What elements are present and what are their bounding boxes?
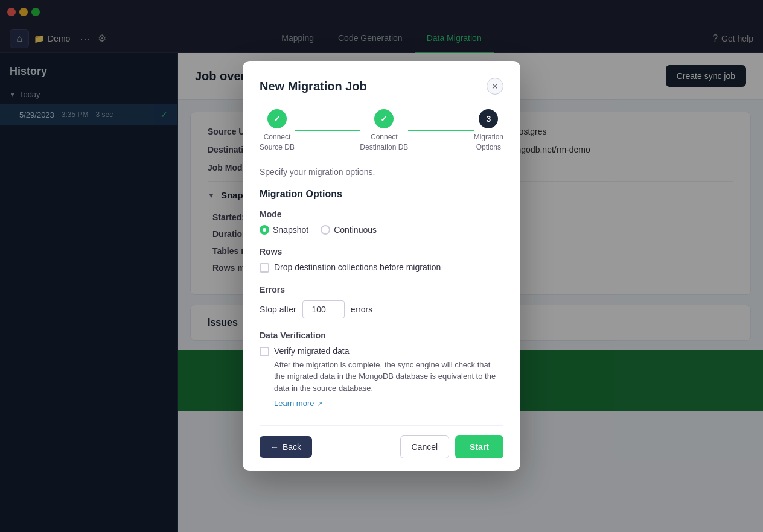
data-verification-label: Data Verification bbox=[260, 331, 503, 340]
back-arrow-icon: ← bbox=[270, 442, 279, 452]
snapshot-radio[interactable]: Snapshot bbox=[260, 225, 308, 235]
step-connector-2 bbox=[408, 130, 473, 131]
start-button[interactable]: Start bbox=[455, 435, 503, 458]
verify-description: After the migration is complete, the syn… bbox=[274, 359, 503, 394]
snapshot-label: Snapshot bbox=[273, 225, 308, 235]
new-migration-job-modal: New Migration Job ✕ ✓ ConnectSource DB ✓… bbox=[243, 61, 520, 471]
mode-label: Mode bbox=[260, 209, 503, 219]
rows-group: Rows Drop destination collections before… bbox=[260, 247, 503, 273]
stop-after-label: Stop after bbox=[260, 305, 296, 314]
step-3-circle: 3 bbox=[479, 109, 498, 128]
step-1-label: ConnectSource DB bbox=[260, 132, 295, 153]
errors-group: Errors Stop after errors bbox=[260, 285, 503, 318]
rows-label: Rows bbox=[260, 247, 503, 256]
verify-checkbox-box[interactable] bbox=[260, 347, 269, 356]
learn-more-link[interactable]: Learn more bbox=[274, 399, 314, 408]
step-1-circle: ✓ bbox=[267, 109, 287, 128]
data-verification-group: Data Verification Verify migrated data A… bbox=[260, 331, 503, 409]
external-link-icon: ↗ bbox=[317, 400, 322, 407]
modal-header: New Migration Job ✕ bbox=[260, 78, 503, 95]
verify-migrated-data-checkbox[interactable]: Verify migrated data bbox=[260, 346, 503, 356]
step-connect-source: ✓ ConnectSource DB bbox=[260, 109, 295, 153]
footer-actions: Cancel Start bbox=[400, 435, 504, 458]
snapshot-radio-button[interactable] bbox=[260, 225, 269, 235]
errors-label: Errors bbox=[260, 285, 503, 294]
cancel-button[interactable]: Cancel bbox=[400, 435, 450, 458]
drop-destination-checkbox-box[interactable] bbox=[260, 263, 269, 273]
modal-title: New Migration Job bbox=[260, 80, 367, 93]
continuous-label: Continuous bbox=[334, 225, 377, 235]
step-connector-1 bbox=[295, 130, 360, 131]
errors-row: Stop after errors bbox=[260, 300, 503, 318]
mode-radio-group: Snapshot Continuous bbox=[260, 225, 503, 235]
stop-after-input[interactable] bbox=[302, 300, 345, 318]
modal-subtitle: Specify your migration options. bbox=[260, 167, 503, 177]
continuous-radio-button[interactable] bbox=[321, 225, 330, 235]
migration-options-title: Migration Options bbox=[260, 189, 503, 200]
verify-migrated-label: Verify migrated data bbox=[274, 346, 350, 356]
mode-group: Mode Snapshot Continuous bbox=[260, 209, 503, 235]
step-migration-options: 3 MigrationOptions bbox=[474, 109, 503, 153]
step-2-label: ConnectDestination DB bbox=[360, 132, 408, 153]
errors-suffix: errors bbox=[351, 305, 373, 314]
stepper: ✓ ConnectSource DB ✓ ConnectDestination … bbox=[260, 109, 503, 153]
close-modal-button[interactable]: ✕ bbox=[487, 78, 503, 95]
step-connect-dest: ✓ ConnectDestination DB bbox=[360, 109, 408, 153]
modal-overlay: New Migration Job ✕ ✓ ConnectSource DB ✓… bbox=[0, 0, 763, 532]
modal-footer: ← Back Cancel Start bbox=[260, 425, 503, 458]
back-button[interactable]: ← Back bbox=[260, 436, 312, 458]
drop-destination-label: Drop destination collections before migr… bbox=[274, 262, 441, 272]
continuous-radio[interactable]: Continuous bbox=[321, 225, 377, 235]
step-2-circle: ✓ bbox=[374, 109, 394, 128]
step-3-label: MigrationOptions bbox=[474, 132, 503, 153]
drop-destination-checkbox[interactable]: Drop destination collections before migr… bbox=[260, 262, 503, 273]
